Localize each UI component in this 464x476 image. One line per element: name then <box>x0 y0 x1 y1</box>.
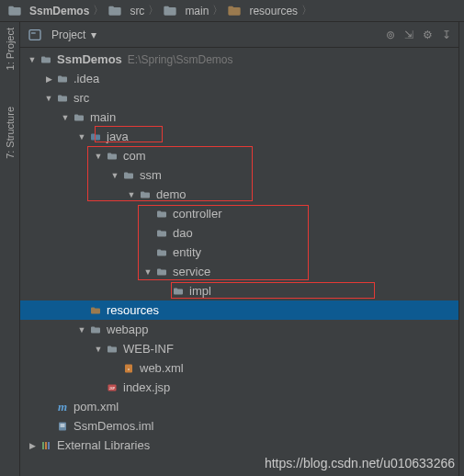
folder-icon <box>7 4 22 18</box>
tree-node-label: main <box>90 110 116 124</box>
tree-node-label: .idea <box>74 72 99 85</box>
expand-arrow-down-icon[interactable]: ▼ <box>94 152 103 161</box>
folder-icon <box>171 286 186 297</box>
tree-node-label: entity <box>173 245 201 259</box>
chevron-right-icon: 〉 <box>93 3 104 18</box>
folder-src-icon <box>88 131 103 142</box>
tree-node-resources[interactable]: ▶resources <box>20 300 458 320</box>
tree-node-label: impl <box>189 284 211 298</box>
expand-arrow-right-icon[interactable]: ▶ <box>44 74 53 84</box>
locate-icon[interactable]: ⊚ <box>386 28 395 41</box>
folder-icon <box>163 4 177 18</box>
folder-icon <box>138 189 153 200</box>
tree-node-main[interactable]: ▼main <box>20 108 458 127</box>
tree-node-label: SsmDemos <box>57 52 122 66</box>
tree-node-label: demo <box>156 187 187 201</box>
folder-icon <box>55 93 70 104</box>
maven-icon: m <box>55 400 70 414</box>
expand-arrow-down-icon[interactable]: ▼ <box>94 345 103 354</box>
expand-arrow-down-icon[interactable]: ▼ <box>28 55 37 64</box>
chevron-right-icon: 〉 <box>148 3 159 18</box>
project-tool-window: Project ▾ ⊚ ⇲ ⚙ ↧ ▼SsmDemosE:\Spring\Ssm… <box>20 22 458 476</box>
folder-icon <box>154 228 169 239</box>
tree-node-path: E:\Spring\SsmDemos <box>128 53 233 66</box>
breadcrumb-item[interactable]: main <box>163 4 209 18</box>
tree-node-iml[interactable]: ▶SsmDemos.iml <box>20 416 458 436</box>
folder-icon <box>108 4 122 18</box>
breadcrumb-label: resources <box>249 5 298 17</box>
tree-node-label: index.jsp <box>123 380 170 394</box>
breadcrumb-label: main <box>185 5 209 17</box>
tree-node-com[interactable]: ▼com <box>20 146 458 165</box>
project-tree[interactable]: ▼SsmDemosE:\Spring\SsmDemos▶.idea▼src▼ma… <box>20 48 458 476</box>
gutter <box>458 22 464 476</box>
hide-icon[interactable]: ↧ <box>442 28 451 41</box>
tree-node-pom[interactable]: ▶mpom.xml <box>20 397 458 416</box>
tree-node-idea[interactable]: ▶.idea <box>20 69 458 88</box>
folder-res-icon <box>88 305 103 316</box>
folder-icon <box>154 209 169 220</box>
tree-node-label: webapp <box>107 323 149 336</box>
breadcrumb-item[interactable]: src <box>108 4 144 18</box>
breadcrumb: SsmDemos 〉 src 〉 main 〉 resources 〉 <box>0 0 464 22</box>
tree-node-service[interactable]: ▼service <box>20 262 458 281</box>
svg-rect-0 <box>29 29 40 40</box>
expand-arrow-down-icon[interactable]: ▼ <box>127 190 136 199</box>
tree-node-label: WEB-INF <box>123 342 174 356</box>
resources-folder-icon <box>227 4 242 18</box>
tree-node-impl[interactable]: ▶impl <box>20 281 458 300</box>
project-icon <box>28 28 42 42</box>
tree-node-label: External Libraries <box>57 438 150 452</box>
breadcrumb-item[interactable]: resources <box>227 4 298 18</box>
project-view-selector[interactable]: Project ▾ <box>28 28 96 42</box>
svg-rect-9 <box>42 442 44 449</box>
chevron-right-icon: 〉 <box>301 3 312 18</box>
tree-node-controller[interactable]: ▶controller <box>20 204 458 223</box>
tree-node-ssmdemos[interactable]: ▼SsmDemosE:\Spring\SsmDemos <box>20 50 458 69</box>
tab-project[interactable]: 1: Project <box>5 28 16 70</box>
xml-icon: x <box>121 363 136 374</box>
expand-arrow-down-icon[interactable]: ▼ <box>143 267 153 277</box>
tree-node-label: resources <box>107 303 159 317</box>
tree-node-webxml[interactable]: ▶xweb.xml <box>20 358 458 378</box>
collapse-icon[interactable]: ⇲ <box>404 28 413 41</box>
tree-node-entity[interactable]: ▶entity <box>20 243 458 262</box>
expand-arrow-down-icon[interactable]: ▼ <box>44 94 53 103</box>
breadcrumb-item[interactable]: SsmDemos <box>7 4 89 18</box>
tree-node-dao[interactable]: ▶dao <box>20 223 458 243</box>
tree-node-label: java <box>107 130 129 143</box>
breadcrumb-label: src <box>130 5 144 17</box>
folder-icon <box>105 344 119 355</box>
settings-icon[interactable]: ⚙ <box>423 28 433 41</box>
tree-node-java[interactable]: ▼java <box>20 127 458 146</box>
folder-icon <box>154 247 169 258</box>
folder-icon <box>55 74 70 85</box>
expand-arrow-down-icon[interactable]: ▼ <box>77 325 86 334</box>
expand-arrow-right-icon[interactable]: ▶ <box>28 441 37 450</box>
tab-label: 1: Project <box>5 28 16 70</box>
tree-node-demo[interactable]: ▼demo <box>20 185 458 204</box>
svg-rect-10 <box>45 442 47 449</box>
chevron-down-icon: ▾ <box>91 28 96 41</box>
tree-node-webapp[interactable]: ▼webapp <box>20 320 458 339</box>
tree-node-ssm[interactable]: ▼ssm <box>20 165 458 185</box>
folder-icon <box>88 324 103 335</box>
expand-arrow-down-icon[interactable]: ▼ <box>61 113 70 122</box>
chevron-right-icon: 〉 <box>212 3 223 18</box>
expand-arrow-down-icon[interactable]: ▼ <box>77 132 86 142</box>
svg-rect-8 <box>61 425 65 426</box>
tree-node-label: src <box>74 91 89 105</box>
tree-node-label: web.xml <box>140 361 184 375</box>
folder-icon <box>154 266 169 278</box>
panel-title: Project <box>51 28 85 41</box>
tab-structure[interactable]: 7: Structure <box>5 107 16 159</box>
expand-arrow-down-icon[interactable]: ▼ <box>110 171 119 180</box>
tree-node-external-libs[interactable]: ▶External Libraries <box>20 436 458 455</box>
folder-icon <box>39 54 53 65</box>
tree-node-src[interactable]: ▼src <box>20 88 458 108</box>
tree-node-webinf[interactable]: ▼WEB-INF <box>20 339 458 358</box>
watermark: https://blog.csdn.net/u010633266 <box>265 456 455 470</box>
lib-icon <box>39 440 53 451</box>
tree-node-indexjsp[interactable]: ▶JSPindex.jsp <box>20 378 458 397</box>
svg-rect-7 <box>61 424 65 425</box>
